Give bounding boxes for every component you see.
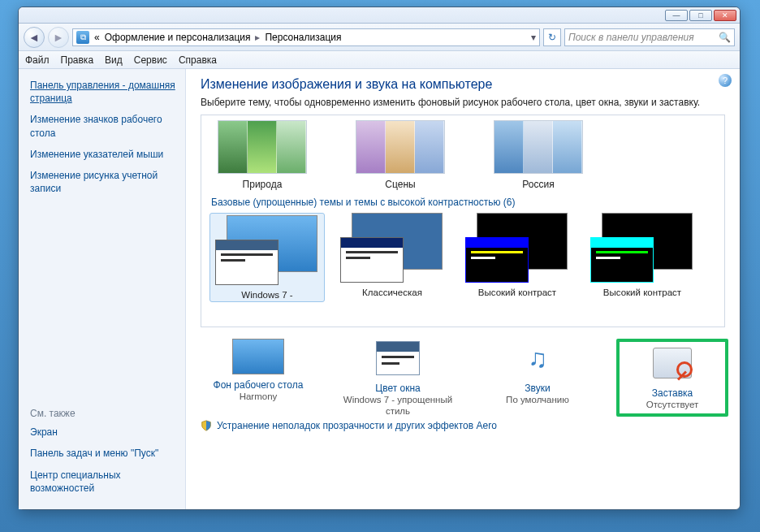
address-dropdown-icon[interactable]: ▾: [531, 32, 536, 43]
theme-hc1-label: Высокий контраст: [460, 288, 575, 297]
forward-button[interactable]: ►: [48, 27, 69, 48]
search-placeholder: Поиск в панели управления: [568, 32, 694, 43]
footer-background-link[interactable]: Фон рабочего стола: [197, 379, 319, 391]
theme-russia-label: Россия: [486, 179, 591, 190]
troubleshoot-aero-link[interactable]: Устранение неполадок прозрачности и друг…: [217, 420, 497, 431]
theme-classic[interactable]: Классическая: [335, 213, 450, 302]
shield-icon: [201, 420, 212, 431]
sounds-icon: ♫: [514, 339, 561, 378]
breadcrumb-separator-icon: ▸: [255, 32, 260, 43]
back-button[interactable]: ◄: [24, 27, 45, 48]
footer-window-color-link[interactable]: Цвет окна: [337, 383, 459, 394]
footer-background-value: Harmony: [240, 391, 278, 401]
titlebar: — □ ✕: [19, 7, 740, 24]
footer-background[interactable]: Фон рабочего стола Harmony: [197, 339, 319, 417]
search-icon[interactable]: 🔍: [719, 32, 731, 43]
body: Панель управления - домашняя страница Из…: [19, 69, 740, 509]
theme-russia[interactable]: Россия: [486, 120, 591, 190]
theme-nature-thumb: [218, 120, 307, 174]
help-icon[interactable]: ?: [719, 74, 732, 87]
theme-scenes-label: Сцены: [348, 179, 453, 190]
breadcrumb-seg-2[interactable]: Персонализация: [265, 32, 341, 43]
maximize-button[interactable]: □: [689, 10, 712, 21]
sidebar-mouse-pointers-link[interactable]: Изменение указателей мыши: [30, 148, 175, 161]
theme-scenes[interactable]: Сцены: [348, 120, 453, 190]
troubleshoot-row: Устранение неполадок прозрачности и друг…: [186, 420, 740, 436]
navbar: ◄ ► ⧉ « Оформление и персонализация ▸ Пе…: [19, 24, 740, 51]
theme-classic-window-icon: [340, 237, 404, 283]
menu-file[interactable]: Файл: [25, 54, 50, 66]
sidebar: Панель управления - домашняя страница Из…: [19, 69, 186, 509]
footer-screensaver-value: Отсутствует: [646, 400, 699, 409]
sidebar-taskbar-link[interactable]: Панель задач и меню "Пуск": [30, 447, 175, 460]
sidebar-home-link[interactable]: Панель управления - домашняя страница: [30, 79, 175, 105]
footer-sounds-value: По умолчанию: [506, 395, 569, 404]
footer-window-color[interactable]: Цвет окна Windows 7 - упрощенный стиль: [337, 339, 459, 417]
close-button[interactable]: ✕: [714, 10, 736, 21]
theme-scenes-thumb: [356, 120, 445, 174]
theme-nature[interactable]: Природа: [209, 120, 315, 190]
menubar: Файл Правка Вид Сервис Справка: [19, 51, 740, 69]
screensaver-icon: [649, 344, 696, 383]
menu-service[interactable]: Сервис: [134, 54, 167, 66]
sidebar-display-link[interactable]: Экран: [30, 426, 175, 439]
footer-screensaver[interactable]: Заставка Отсутствует: [616, 339, 728, 417]
theme-russia-thumb: [494, 120, 583, 174]
theme-classic-label: Классическая: [335, 288, 450, 297]
control-panel-icon: ⧉: [76, 31, 89, 44]
theme-hc2-window-icon: [590, 237, 654, 283]
theme-hc2-label: Высокий контраст: [585, 288, 700, 297]
page-description: Выберите тему, чтобы одновременно измени…: [201, 97, 725, 108]
address-bar[interactable]: ⧉ « Оформление и персонализация ▸ Персон…: [72, 28, 540, 46]
menu-view[interactable]: Вид: [105, 54, 123, 66]
theme-high-contrast-1[interactable]: Высокий контраст: [460, 213, 575, 302]
theme-hc1-window-icon: [465, 237, 529, 283]
desktop-background-icon: [232, 339, 284, 374]
search-box[interactable]: Поиск в панели управления 🔍: [564, 28, 735, 46]
breadcrumb-arrow-icon: «: [94, 32, 100, 43]
basic-themes-header: Базовые (упрощенные) темы и темы с высок…: [211, 197, 724, 208]
theme-win7-basic-label: Windows 7 -: [212, 290, 322, 300]
footer-sounds[interactable]: ♫ Звуки По умолчанию: [477, 339, 598, 417]
page-title: Изменение изображения и звука на компьют…: [201, 77, 725, 92]
control-panel-window: — □ ✕ ◄ ► ⧉ « Оформление и персонализаци…: [18, 6, 741, 510]
menu-help[interactable]: Справка: [179, 54, 217, 66]
sidebar-accessibility-link[interactable]: Центр специальных возможностей: [30, 469, 175, 495]
minimize-button[interactable]: —: [665, 10, 688, 21]
window-color-icon: [374, 339, 421, 378]
footer-sounds-link[interactable]: Звуки: [477, 383, 598, 394]
footer-bar: Фон рабочего стола Harmony Цвет окна Win…: [186, 332, 740, 420]
theme-win7-basic[interactable]: Windows 7 -: [209, 213, 325, 302]
footer-window-color-value: Windows 7 - упрощенный стиль: [343, 395, 452, 416]
sidebar-desktop-icons-link[interactable]: Изменение значков рабочего стола: [30, 113, 175, 139]
refresh-button[interactable]: ↻: [543, 28, 561, 46]
sidebar-account-picture-link[interactable]: Изменение рисунка учетной записи: [30, 169, 175, 195]
breadcrumb-seg-1[interactable]: Оформление и персонализация: [105, 32, 251, 43]
menu-edit[interactable]: Правка: [61, 54, 94, 66]
theme-high-contrast-2[interactable]: Высокий контраст: [585, 213, 700, 302]
footer-screensaver-link[interactable]: Заставка: [621, 387, 723, 399]
themes-listbox[interactable]: Природа Сцены Россия: [201, 115, 725, 327]
theme-nature-label: Природа: [209, 179, 315, 190]
theme-win7-basic-window-icon: [215, 240, 279, 285]
main-panel: ? Изменение изображения и звука на компь…: [186, 69, 740, 509]
sidebar-see-also-label: См. также: [30, 408, 175, 419]
